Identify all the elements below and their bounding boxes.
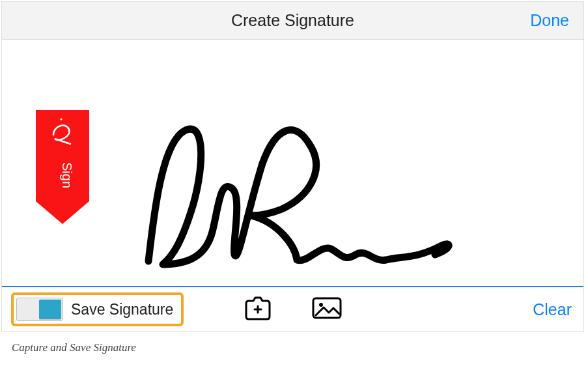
figure-caption: Capture and Save Signature xyxy=(12,341,588,354)
save-signature-toggle[interactable] xyxy=(16,298,63,321)
svg-text:Sign: Sign xyxy=(60,162,74,188)
signature-dialog: Create Signature Done Sign Save Signatur… xyxy=(1,1,584,332)
sign-here-bookmark: Sign xyxy=(36,110,89,227)
svg-point-0 xyxy=(61,119,63,120)
done-button[interactable]: Done xyxy=(530,11,569,30)
save-signature-highlight: Save Signature xyxy=(11,292,184,326)
clear-button[interactable]: Clear xyxy=(533,300,572,319)
svg-point-5 xyxy=(319,303,323,307)
image-icon[interactable] xyxy=(311,296,343,323)
save-signature-label: Save Signature xyxy=(71,301,173,318)
dialog-header: Create Signature Done xyxy=(2,2,583,40)
camera-icon[interactable] xyxy=(243,296,273,323)
signature-canvas[interactable]: Sign xyxy=(2,40,583,287)
dialog-title: Create Signature xyxy=(231,11,354,30)
drawn-signature xyxy=(129,118,474,287)
signature-toolbar: Save Signature Clear xyxy=(2,287,583,332)
image-source-icons xyxy=(243,296,343,323)
toggle-knob xyxy=(39,300,61,319)
